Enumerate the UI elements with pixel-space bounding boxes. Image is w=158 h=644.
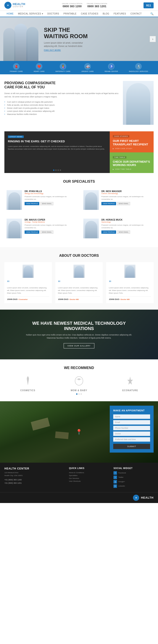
specialist-card-1: DR. RYAN HILLS Allergy and Immunology Pr…	[4, 188, 77, 212]
name-input[interactable]	[113, 414, 150, 419]
timetable-panel: TIME TABLE CHECK OUR DEPARTMENT'S WORKIN…	[110, 152, 154, 173]
logo[interactable]: + HEALTH CENTER	[4, 2, 26, 9]
footer-link-4[interactable]: User Shortcuts	[69, 480, 109, 482]
cosmetics-svg	[22, 376, 33, 386]
innovation-section: WE HAVE NEWEST MEDICAL TECHNOLOGYINNOVAT…	[0, 310, 158, 360]
view-profile-btn-1[interactable]: VIEW PROFILE	[24, 202, 39, 205]
nav-doctors[interactable]: DOCTORS	[45, 11, 61, 17]
econature-label: ECONATURE	[122, 389, 138, 392]
case-link[interactable]: VIEW CASE STUDY	[113, 148, 150, 149]
submit-button[interactable]: SUBMIT	[113, 444, 150, 449]
dot-1[interactable]	[53, 170, 54, 171]
footer-brand-name: HEALTH CENTER	[4, 467, 64, 470]
social-linkedin[interactable]: in LinkedIn	[114, 484, 154, 488]
recommend-dots	[4, 393, 154, 395]
list-item: Felis at iaculis, est dictus commodo don…	[4, 104, 118, 106]
rec-dot-3[interactable]	[80, 393, 82, 395]
mombaby-svg	[74, 376, 84, 386]
spec-name-4: DR. HORACE MUCK	[102, 218, 152, 221]
hero-next-arrow[interactable]: ›	[150, 36, 156, 42]
service-primary-care[interactable]: 🫀 PRIMARY CARE	[10, 63, 23, 72]
emergency-button[interactable]: 911	[144, 2, 154, 8]
service-radiology[interactable]: 🔬 RADIOLOGY SERVICES	[129, 63, 148, 72]
radiology-icon: 🔬	[135, 63, 142, 70]
view-profile-btn-2[interactable]: VIEW PROFILE	[102, 202, 116, 205]
service-heart-care[interactable]: ❤️ HEART CARE	[34, 63, 45, 72]
about-list: Cum sed in volutpat pretium et magna dte…	[4, 100, 118, 116]
main-nav: HOME MEDICAL SERVICES ▾ DOCTORS PRINTABL…	[0, 11, 158, 17]
list-item: Donec viveli nam mi porta gravida ut ege…	[4, 106, 118, 110]
testimonial-2: " Lorem ipsum dolor sit amet, consectetu…	[55, 262, 103, 303]
specialist-photo-4	[84, 218, 99, 238]
timetable-link[interactable]: VIEW TIME TABLE	[113, 168, 150, 170]
specialist-card-4: DR. HORACE MUCK Gynecology Praesent comm…	[81, 216, 154, 240]
specialist-photo-2	[84, 190, 99, 210]
footer-quicklinks: QUICK LINKS Home & Conditions Specialtie…	[69, 467, 109, 488]
search-icon[interactable]: 🔍	[150, 12, 154, 15]
testimonial-1: " Lorem ipsum dolor sit amet, consectetu…	[4, 262, 52, 303]
email-input[interactable]	[113, 420, 150, 424]
specialist-card-2: DR. NICK MAGGER Cancer, Dermatology Prae…	[81, 188, 154, 212]
svg-point-2	[78, 378, 80, 380]
doctor-input[interactable]	[113, 432, 150, 436]
send-email-btn-3[interactable]: SEND EMAIL	[40, 230, 53, 234]
dot-3[interactable]	[58, 170, 59, 171]
mombaby-label: MOM & BABY	[71, 389, 87, 392]
doctor-silhouette-3	[26, 27, 38, 61]
timetable-tag: TIME TABLE	[113, 156, 126, 158]
phone-input[interactable]	[113, 426, 150, 430]
test-doctor-img-1	[22, 265, 34, 278]
test-name-1: JOHN DUO / Counselor	[7, 298, 49, 300]
nav-home[interactable]: HOME	[4, 11, 16, 17]
service-maternity[interactable]: 🤱 MATERNITY CARE	[56, 63, 70, 72]
recommend-econature[interactable]: ECONATURE	[107, 374, 154, 392]
rec-dot-1[interactable]	[76, 393, 78, 395]
urgent-care-icon: 🚑	[84, 63, 91, 70]
service-rehab[interactable]: ♿ REHAB CENTER	[105, 63, 118, 72]
hero-section: SKIP THE WAITING ROOM Lorem ipsum dolor …	[0, 17, 158, 61]
specialist-info-4: DR. HORACE MUCK Gynecology Praesent comm…	[102, 218, 152, 234]
nav-medical[interactable]: MEDICAL SERVICES ▾	[16, 11, 45, 17]
nav-printable[interactable]: PRINTABLE	[61, 11, 78, 17]
about-section: PROVIDING COMPASSIONATECARE FOR ALL OF Y…	[0, 74, 158, 131]
spec-desc-3: Praesent commodo cursus magna, vel scele…	[24, 224, 74, 229]
quote-mark-3: "	[109, 280, 151, 286]
footer-link-3[interactable]: Our Services	[69, 477, 109, 480]
social-google[interactable]: g Google+	[114, 480, 154, 484]
view-profile-btn-4[interactable]: VIEW PROFILE	[102, 230, 116, 234]
nav-cases[interactable]: CASE STUDIES	[79, 11, 100, 17]
datetime-input[interactable]	[113, 437, 150, 442]
nav-features[interactable]: FEATURES	[112, 11, 128, 17]
recommend-grid: COSMETICS MOM & BABY ECONATURE	[4, 374, 154, 392]
send-email-btn-1[interactable]: SEND EMAIL	[40, 202, 53, 205]
gallery-button[interactable]: VIEW OUR GALLERY	[64, 343, 94, 348]
service-urgent[interactable]: 🚑 URGENT CARE	[82, 63, 94, 72]
doctor-silhouette-1	[3, 28, 15, 61]
logo-text: HEALTH CENTER	[13, 3, 26, 8]
spec-desc-2: Praesent commodo cursus magna, vel scele…	[102, 195, 152, 201]
spec-actions-2: VIEW PROFILE SEND EMAIL	[102, 202, 152, 205]
specialist-card-3: DR. MAVUS COPER Urology - Family Medicin…	[4, 216, 77, 240]
nav-blog[interactable]: BLOG	[100, 11, 112, 17]
send-email-btn-2[interactable]: SEND EMAIL	[117, 202, 130, 205]
rec-dot-2[interactable]	[78, 393, 80, 395]
spec-actions-3: VIEW PROFILE SEND EMAIL	[24, 230, 74, 234]
appointment-title: MAKE AN APPOINTMENT	[113, 409, 150, 412]
footer-social-links: f Facebook t Twitter g Google+ in Linked…	[114, 471, 154, 488]
view-profile-btn-3[interactable]: VIEW PROFILE	[24, 230, 39, 234]
nav-contact[interactable]: CONTACT	[128, 11, 144, 17]
footer-link-1[interactable]: Home & Conditions	[69, 471, 109, 474]
linkedin-icon: in	[114, 484, 117, 488]
about-doctors-title: ABOUT OUR DOCTORS	[4, 254, 154, 258]
footer-link-2[interactable]: Specialties	[69, 474, 109, 477]
dot-2[interactable]	[55, 170, 56, 171]
send-email-btn-4[interactable]: SEND EMAIL	[117, 230, 130, 234]
dot-4[interactable]	[60, 170, 61, 171]
recommend-mombaby[interactable]: MOM & BABY	[56, 374, 102, 392]
recommend-cosmetics[interactable]: COSMETICS	[4, 374, 51, 392]
social-facebook[interactable]: f Facebook	[114, 471, 154, 475]
innovation-text: Nullam quis risus eget urna mollis ornar…	[24, 333, 134, 340]
social-twitter[interactable]: t Twitter	[114, 476, 154, 479]
about-text: PROVIDING COMPASSIONATECARE FOR ALL OF Y…	[4, 81, 118, 118]
primary-care-icon: 🫀	[13, 63, 20, 70]
